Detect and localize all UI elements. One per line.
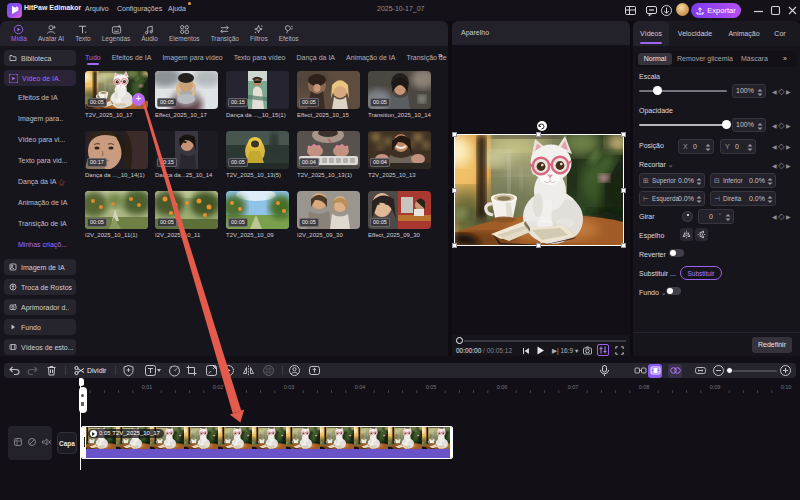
svg-text:0:08: 0:08 bbox=[639, 384, 650, 390]
svg-text:0:01: 0:01 bbox=[142, 384, 153, 390]
svg-text:0:02: 0:02 bbox=[213, 384, 224, 390]
svg-text:0:03: 0:03 bbox=[284, 384, 295, 390]
svg-text:0:09: 0:09 bbox=[710, 384, 721, 390]
svg-text:0:10: 0:10 bbox=[781, 384, 792, 390]
svg-text:0:05: 0:05 bbox=[426, 384, 437, 390]
svg-text:0:07: 0:07 bbox=[568, 384, 579, 390]
svg-text:0:04: 0:04 bbox=[355, 384, 366, 390]
svg-text:0:06: 0:06 bbox=[497, 384, 508, 390]
